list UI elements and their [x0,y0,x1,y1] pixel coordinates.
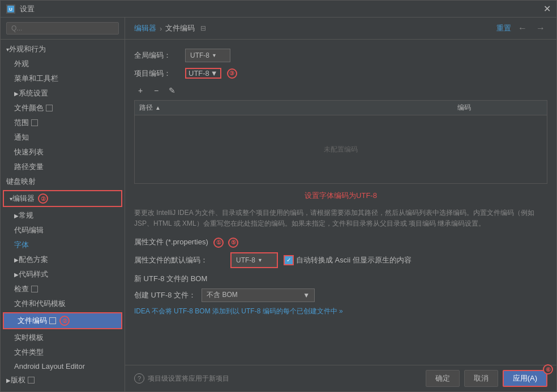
sidebar-item-filecolors[interactable]: 文件颜色 [1,101,125,115]
sidebar-item-colorscheme[interactable]: ▶ 配色方案 [1,252,125,267]
bookmark-header-icon[interactable]: ⊟ [200,24,206,32]
global-encoding-row: 全局编码： UTF-8 ▼ [134,49,547,62]
sidebar-item-filetemplate[interactable]: 文件和代码模板 [1,296,125,311]
sidebar-item-label: 文件颜色 [14,103,44,113]
sidebar-item-label: 编辑器 [12,193,35,204]
sidebar-item-label: 范围 [14,118,29,128]
bom-select[interactable]: 不含 BOM ▼ [202,288,315,302]
sort-arrow-icon: ▲ [155,105,161,111]
breadcrumb-fileencoding: 文件编码 [165,23,195,33]
sidebar-item-filetype[interactable]: 文件类型 [1,345,125,360]
sidebar-item-label: 通知 [14,132,29,143]
project-encoding-row: 项目编码： UTF-8 ▼ ③ [134,68,547,79]
circle-2-bottom-icon: ② [59,316,70,326]
arrow-icon: ▶ [14,257,19,263]
sidebar-item-pathvar[interactable]: 路径变量 [1,160,125,174]
properties-encoding-dropdown[interactable]: UTF-8 ▼ [232,253,277,267]
reset-button[interactable]: 重置 [496,23,511,33]
auto-convert-checkbox[interactable] [284,255,294,265]
sidebar-item-font[interactable]: 字体 [1,238,125,252]
forward-button[interactable]: → [534,22,547,35]
sidebar-item-appearance[interactable]: 外观 [1,57,125,71]
sidebar-item-menus[interactable]: 菜单和工具栏 [1,71,125,86]
main-content: ▾ 外观和行为 外观 菜单和工具栏 ▶ 系统设置 文件颜色 [1,18,556,391]
sidebar-item-codeedit[interactable]: 代码编辑 [1,223,125,238]
sidebar-item-fileencoding[interactable]: 文件编码 ② [4,313,121,328]
sidebar-item-label: 外观 [14,59,29,69]
sidebar-item-codestyle[interactable]: ▶ 代码样式 [1,267,125,282]
sidebar-item-quicklist[interactable]: 快速列表 [1,145,125,160]
circle-5-icon: ⑤ [228,238,238,248]
help-icon[interactable]: ? [134,373,144,384]
global-encoding-label: 全局编码： [134,50,179,61]
sidebar-item-scope[interactable]: 范围 [1,115,125,130]
table-header: 路径 ▲ 编码 [135,101,547,115]
sidebar-item-notification[interactable]: 通知 [1,130,125,145]
back-button[interactable]: ← [516,22,529,35]
svg-text:U: U [9,7,12,12]
bookmark-icon [49,317,56,324]
bom-section: 新 UTF-8 文件的 BOM 创建 UTF-8 文件： 不含 BOM ▼ ID… [134,274,547,316]
bom-create-label: 创建 UTF-8 文件： [134,290,196,300]
dropdown-arrow-icon: ▼ [211,69,218,77]
project-encoding-label: 项目编码： [134,68,179,79]
col-encoding-header: 编码 [457,103,542,113]
bottom-info-text: 项目级设置将应用于新项目 [148,374,229,384]
sidebar-item-label: 文件类型 [14,347,44,357]
dropdown-arrow-icon: ▼ [258,257,263,263]
arrow-icon: ▶ [14,213,19,219]
sidebar-search-area [1,18,125,40]
sidebar-item-label: 检查 [14,284,29,294]
info-text: 要更改 IntelliJ IDEA 为文件、目录或整个项目使用的编码，请根据需要… [134,208,547,229]
breadcrumb-editor[interactable]: 编辑器 [134,23,156,33]
header-actions: 重置 ← → [496,22,547,35]
project-encoding-select[interactable]: UTF-8 ▼ [185,68,221,79]
bookmark-icon [31,286,38,292]
properties-encoding-row: 属性文件的默认编码： UTF-8 ▼ 自动转换成 Ascii 但显示原生的内容 [134,252,547,268]
sidebar-item-editor-header[interactable]: ▾ 编辑器 ② [4,191,121,206]
sidebar-item-label: 版权 [11,375,25,385]
remove-button[interactable]: − [150,84,162,97]
right-panel: 编辑器 › 文件编码 ⊟ 重置 ← → 全局编码： UTF-8 [125,18,556,391]
arrow-icon: ▶ [6,377,11,384]
global-encoding-select[interactable]: UTF-8 ▼ [185,49,230,62]
sidebar-item-appearance-header[interactable]: ▾ 外观和行为 [1,42,125,57]
confirm-button[interactable]: 确定 [426,370,460,387]
right-header: 编辑器 › 文件编码 ⊟ 重置 ← → [125,18,556,40]
sidebar-item-general[interactable]: ▶ 常规 [1,208,125,223]
circle-2-icon: ② [38,193,48,204]
apply-button[interactable]: 应用(A) [503,370,547,387]
sidebar-item-label: 文件编码 [18,316,47,326]
auto-convert-checkbox-wrap: 自动转换成 Ascii 但显示原生的内容 [284,255,412,265]
dropdown-arrow-icon: ▼ [212,53,217,58]
table-body: 未配置编码 [135,115,547,183]
checkbox-checked-icon[interactable] [285,256,293,264]
search-input[interactable] [6,22,119,35]
app-icon: U [6,5,15,14]
sidebar-item-label: 代码编辑 [14,225,44,235]
sidebar-item-system[interactable]: ▶ 系统设置 [1,86,125,101]
properties-encoding-label: 属性文件的默认编码： [134,255,225,265]
sidebar-item-keymap[interactable]: 键盘映射 [1,174,125,189]
sidebar-item-label: 文件和代码模板 [14,299,66,309]
bookmark-icon [46,105,53,111]
add-button[interactable]: + [134,84,147,97]
sidebar-item-livetemplate[interactable]: 实时模板 [1,330,125,345]
sidebar-item-copyright[interactable]: ▶ 版权 [1,373,125,387]
sidebar-item-label: 代码样式 [19,269,48,279]
titlebar-left: U 设置 [6,4,35,14]
properties-encoding-select[interactable]: UTF-8 ▼ [230,252,278,268]
sidebar-item-label: 实时模板 [14,333,44,343]
sidebar-item-label: 路径变量 [14,162,44,172]
sidebar-item-label: 菜单和工具栏 [14,74,58,84]
breadcrumb-separator: › [160,24,162,33]
cancel-button[interactable]: 取消 [464,370,498,387]
close-button[interactable]: ✕ [543,3,551,14]
sidebar-item-android[interactable]: Android Layout Editor [1,360,125,373]
sidebar-item-label: 外观和行为 [9,44,46,54]
window-title: 设置 [20,4,35,14]
sidebar-item-inspection[interactable]: 检查 [1,282,125,296]
edit-button[interactable]: ✎ [166,84,178,97]
sidebar-item-label: 字体 [14,240,29,250]
circle-1-icon: ① [213,238,224,248]
